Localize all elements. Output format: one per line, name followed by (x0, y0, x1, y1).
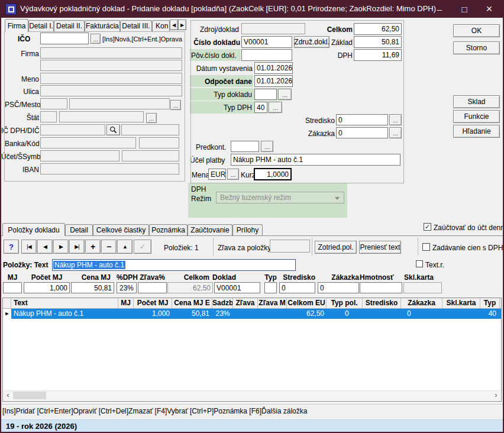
grid-header-pocet[interactable]: Počet MJ (134, 298, 172, 308)
tab-zauctovanie[interactable]: Zaúčtovanie (188, 224, 232, 235)
grid-header-mj[interactable]: MJ (118, 298, 134, 308)
add-row-button[interactable]: + (85, 240, 101, 254)
grid-header-sadzba[interactable]: Sadzb (212, 298, 233, 308)
entry-cena-field[interactable]: 50,81 (71, 282, 114, 293)
entry-header-doklad: Doklad (212, 273, 236, 282)
tab-scroll-left-button[interactable]: ◀ (170, 20, 178, 30)
tab-kontacie[interactable]: Kon (152, 20, 170, 31)
cell-text: Nákup PHM - auto č.1 (14, 309, 83, 319)
preniest-button[interactable]: Preniesť text (359, 241, 401, 254)
entry-zlava-field[interactable] (138, 282, 167, 293)
minus-icon: − (106, 242, 111, 251)
tab-poznamka[interactable]: Poznámka (149, 224, 188, 235)
dph-rezim-select[interactable]: Bežný tuzemský režim (216, 192, 344, 203)
entry-doklad-field[interactable]: V00001 (214, 282, 260, 293)
toolbar-divider-2 (312, 238, 312, 256)
grid-header-typ[interactable]: Typ (480, 298, 500, 308)
zauctovat-checkbox[interactable]: ✓ (424, 223, 431, 231)
confirm-icon: ✓ (140, 243, 146, 251)
zlava-field[interactable] (270, 240, 310, 253)
document-panel (190, 20, 404, 183)
grid-header-zlava-m[interactable]: Zľava M (258, 298, 287, 308)
entry-header-pocet: Počet MJ (24, 273, 70, 282)
tab-detail[interactable]: Detail (65, 224, 93, 235)
entry-header-cena: Cena MJ (71, 273, 111, 282)
footer-year-label: 19 - rok 2026 (2026) (0, 420, 504, 433)
zadavanie-label: Zadávanie cien s DPH (432, 244, 503, 252)
grid-header-celkom[interactable]: Celkom EU (287, 298, 327, 308)
confirm-row-button[interactable]: ✓ (134, 240, 151, 254)
grid-header-indicator (3, 298, 11, 308)
help-button[interactable]: ? (4, 240, 19, 254)
grid-header-zakazka[interactable]: Zákazka (401, 298, 442, 308)
tab-detail-2[interactable]: Detail II. (54, 20, 85, 31)
maximize-icon: □ (461, 4, 467, 14)
sklad-button[interactable]: Sklad (453, 95, 500, 108)
tab-scroll-right-button[interactable]: ▶ (178, 20, 186, 30)
zotried-button[interactable]: Zotried.pol. (315, 241, 357, 254)
tab-firma[interactable]: Firma (5, 19, 28, 32)
entry-header-zlava: Zľava% (138, 273, 167, 282)
delete-row-button[interactable]: − (101, 240, 117, 254)
maximize-button[interactable]: □ (452, 0, 477, 18)
tab-detail-1[interactable]: Detail I. (28, 20, 54, 31)
entry-hmotnost-field[interactable] (360, 282, 402, 293)
entry-pocet-field[interactable]: 1,000 (24, 282, 70, 293)
next-icon: ▶ (59, 244, 63, 250)
grid-selected-row[interactable]: Nákup PHM - auto č.1 1,000 50,81 23% 62,… (11, 309, 501, 319)
minimize-button[interactable]: – (427, 0, 452, 18)
zlava-label: Zľava za položky (218, 244, 271, 252)
last-icon: ▶| (75, 244, 79, 250)
grid-header-sklkarta[interactable]: Skl.karta (442, 298, 480, 308)
minimize-icon: – (437, 4, 442, 14)
firm-panel (4, 31, 185, 182)
cell-sadzba: 23% (212, 309, 233, 319)
cell-stredisko: 0 (345, 309, 369, 319)
entry-dph-field[interactable]: 23% (117, 282, 137, 293)
chevron-down-icon (335, 197, 340, 200)
entry-mj-field[interactable] (3, 282, 22, 293)
tab-celkove-ciastky[interactable]: Celkové čiastky (93, 224, 149, 235)
check-icon: ✓ (425, 223, 430, 230)
tab-prilohy[interactable]: Prílohy (232, 224, 263, 235)
footer-bar: 19 - rok 2026 (2026) (0, 419, 504, 433)
entry-header-dph: %DPH (117, 273, 137, 282)
hladanie-button[interactable]: Hľadanie (453, 125, 500, 138)
polozky-text-input[interactable]: Nákup PHM - auto č.1 (52, 259, 296, 271)
entry-typ-field[interactable] (264, 282, 277, 293)
close-button[interactable]: × (477, 0, 502, 18)
scrollbar-thumb[interactable] (13, 392, 46, 399)
zadavanie-checkbox[interactable] (422, 243, 430, 251)
first-record-button[interactable]: |◀ (21, 240, 37, 254)
toolbar-divider-3 (418, 238, 418, 256)
storno-button[interactable]: Storno (453, 41, 500, 54)
prev-record-button[interactable]: ◀ (37, 240, 53, 254)
tab-detail-3[interactable]: Detail III. (120, 20, 152, 31)
funkcie-button[interactable]: Funkcie (453, 110, 500, 123)
toolbar-divider-1 (213, 238, 214, 256)
grid-header-text[interactable]: Text (11, 298, 118, 308)
grid-header-cena[interactable]: Cena MJ E (172, 298, 212, 308)
grid-header-typ-pol[interactable]: Typ pol. (327, 298, 363, 308)
dph-rezim-label-2: Režim (191, 195, 211, 203)
cell-typ: 40 (473, 309, 496, 319)
entry-stredisko-field[interactable]: 0 (279, 282, 315, 293)
last-record-button[interactable]: ▶| (69, 240, 85, 254)
tab-polozky-dokladu[interactable]: Položky dokladu (2, 223, 65, 236)
entry-header-mj: MJ (3, 273, 22, 282)
edit-row-button[interactable]: ▲ (117, 240, 133, 254)
tab-fakturacia[interactable]: Fakturácia (85, 20, 120, 31)
next-record-button[interactable]: ▶ (53, 240, 69, 254)
ok-button[interactable]: OK (453, 24, 500, 37)
selected-text: Nákup PHM - auto č.1 (53, 261, 125, 269)
horizontal-scrollbar[interactable]: ‹ › (4, 390, 500, 400)
cell-pocet: 1,000 (134, 309, 170, 319)
textr-checkbox[interactable] (416, 260, 423, 267)
scroll-left-icon[interactable]: ‹ (4, 391, 12, 400)
grid-header-stredisko[interactable]: Stredisko (363, 298, 401, 308)
scroll-right-icon[interactable]: › (492, 391, 500, 400)
first-icon: |◀ (27, 244, 31, 250)
app-window: Výdavkový pokladničný doklad - Pridanie … (0, 0, 504, 433)
entry-zakazka-field[interactable]: 0 (318, 282, 359, 293)
grid-header-zlava[interactable]: Zľava (233, 298, 258, 308)
